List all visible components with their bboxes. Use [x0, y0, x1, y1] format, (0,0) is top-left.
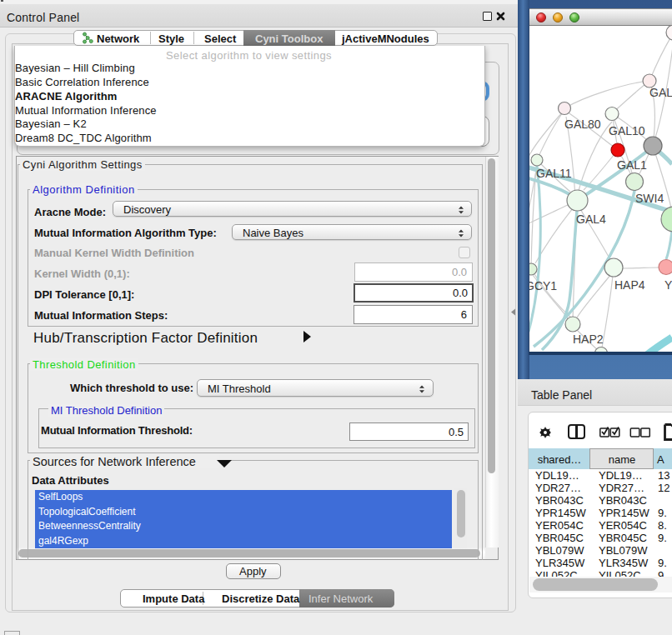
svg-text:GAL1: GAL1 — [617, 158, 647, 172]
svg-text:GAL10: GAL10 — [609, 124, 645, 138]
svg-text:HAP2: HAP2 — [573, 332, 604, 346]
svg-text:GCY1: GCY1 — [529, 279, 557, 292]
svg-text:GAL80: GAL80 — [564, 118, 601, 131]
svg-text:GAL4: GAL4 — [576, 212, 606, 226]
svg-text:GAL2: GAL2 — [649, 86, 672, 99]
svg-text:GAL11: GAL11 — [536, 167, 572, 180]
svg-text:SWI4: SWI4 — [635, 192, 664, 205]
svg-text:Y: Y — [664, 278, 672, 292]
svg-text:HAP4: HAP4 — [614, 278, 645, 292]
